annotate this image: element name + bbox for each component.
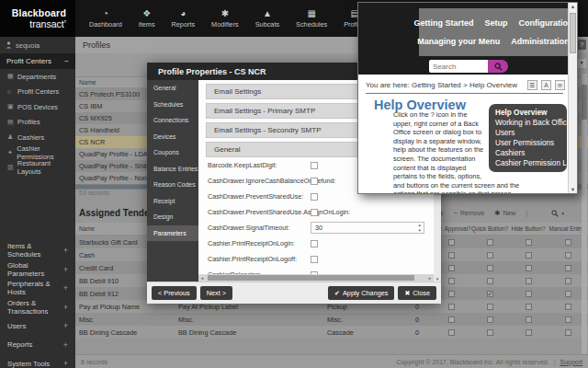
help-nav-managing-your-menu[interactable]: Managing your Menu [417, 37, 500, 46]
mgr-approval-checkbox[interactable] [448, 278, 455, 284]
sidebar-section-global-parameters[interactable]: Global Parameters + [0, 260, 75, 280]
hide-button-checkbox[interactable] [526, 291, 532, 297]
quick-button-checkbox[interactable] [487, 252, 493, 259]
help-vscrollbar[interactable]: ▲ ▼ [568, 3, 577, 193]
mgr-approval-checkbox[interactable] [448, 304, 455, 310]
mgr-approval-checkbox[interactable] [448, 329, 455, 336]
quick-button-checkbox[interactable] [487, 278, 493, 284]
mgr-approval-checkbox[interactable] [448, 291, 455, 297]
scroll-left-arrow[interactable]: ◂ [198, 275, 206, 281]
scrollbar-thumb[interactable] [582, 85, 587, 120]
mgr-approval-checkbox[interactable] [448, 265, 455, 271]
help-search-input[interactable] [429, 60, 488, 73]
search-button[interactable]: ▾ [551, 210, 564, 217]
help-toc-user-permissions[interactable]: User Permissions [495, 138, 560, 148]
field-checkbox-cashier-printreceiptonlogoff[interactable] [311, 256, 318, 263]
number-input[interactable] [311, 224, 403, 232]
help-toc-cashiers[interactable]: Cashiers [495, 148, 560, 158]
quick-button-checkbox[interactable] [487, 316, 493, 323]
hide-button-checkbox[interactable] [526, 329, 532, 336]
expand-icon[interactable]: + [63, 265, 68, 274]
manual-entry-checkbox[interactable] [565, 329, 571, 336]
scroll-down-arrow[interactable]: ▼ [569, 187, 577, 192]
hide-button-checkbox[interactable] [526, 278, 532, 284]
hide-button-checkbox[interactable] [526, 252, 532, 259]
manual-entry-checkbox[interactable] [565, 316, 571, 323]
help-question-button[interactable]: ? [577, 40, 586, 50]
nav-item-reports[interactable]: ◕ Reports [164, 0, 204, 37]
spinner-arrows[interactable]: ▲▼ [418, 223, 422, 234]
mgr-approval-checkbox[interactable] [448, 239, 455, 246]
sidebar-section-system-tools[interactable]: System Tools + [0, 354, 75, 368]
expand-icon[interactable]: + [63, 303, 68, 312]
expand-icon[interactable]: + [63, 340, 68, 350]
sidebar-item-profiles[interactable]: ▤ Profiles [0, 115, 75, 131]
dialog-tab-coupons[interactable]: Coupons [147, 144, 198, 161]
manual-entry-checkbox[interactable] [565, 252, 571, 259]
nav-item-items[interactable]: ❖ Items [130, 0, 164, 37]
nav-item-dashboard[interactable]: ◔ Dashboard [81, 0, 130, 37]
close-button[interactable]: ✖ Close [398, 286, 436, 300]
dialog-hscrollbar[interactable]: ◂ ▸ [198, 274, 434, 282]
sidebar-section-reports[interactable]: Reports + [0, 336, 75, 355]
scroll-right-arrow[interactable]: ▸ [426, 275, 434, 281]
sidebar-item-profit-centers[interactable]: ⌂ Profit Centers [0, 85, 75, 100]
support-link[interactable]: Support [560, 359, 582, 365]
field-checkbox-barcode-keeplastdigit[interactable] [311, 162, 318, 169]
sidebar-section-orders-transactions[interactable]: Orders & Transactions + [0, 298, 75, 317]
hide-button-checkbox[interactable] [526, 316, 532, 323]
manual-entry-checkbox[interactable] [565, 278, 571, 284]
tender-row-bb-dining-cascade[interactable]: BB Dining Cascade BB Dining Cascade Casc… [75, 326, 588, 339]
help-nav-configuration[interactable]: Configuration [519, 18, 573, 28]
help-toc-help-overview[interactable]: Help Overview [495, 108, 560, 118]
scrollbar-thumb[interactable] [570, 13, 576, 53]
mgr-approval-checkbox[interactable] [448, 316, 455, 323]
manual-entry-checkbox[interactable] [565, 239, 571, 246]
quick-button-checkbox[interactable] [487, 265, 493, 271]
sidebar-item-restaurant-layouts[interactable]: ▥ Restaurant Layouts [0, 160, 75, 176]
tender-row-misc[interactable]: Misc Misc. Misc. 0 [75, 313, 588, 326]
help-nav-administration[interactable]: Administration [511, 37, 570, 46]
help-nav-getting-started[interactable]: Getting Started [413, 18, 473, 28]
scrollbar-thumb[interactable] [208, 275, 414, 281]
mgr-approval-checkbox[interactable] [448, 252, 455, 259]
sidebar-section-peripherals-hosts[interactable]: Peripherals & Hosts + [0, 279, 75, 298]
quick-button-checkbox[interactable] [487, 239, 493, 246]
field-checkbox-cashdrawer-preventshareduse[interactable] [311, 193, 318, 201]
dialog-tab-connections[interactable]: Connections [147, 112, 198, 129]
sidebar-item-cashier-permissions[interactable]: ✦ Cashier Permissions [0, 145, 75, 161]
dialog-tab-design[interactable]: Design [147, 209, 198, 225]
help-toc-users[interactable]: Users [495, 128, 560, 138]
sidebar-item-cashiers[interactable]: ♟ Cashiers [0, 130, 75, 145]
font-size-icon[interactable]: A [541, 80, 551, 90]
hide-button-checkbox[interactable] [526, 239, 532, 246]
sidebar-item-departments[interactable]: ▦ Departments [0, 69, 75, 85]
nav-item-subcats[interactable]: ▲ Subcats [247, 0, 288, 37]
expand-icon[interactable]: + [63, 321, 68, 330]
dialog-tab-balance-entries[interactable]: Balance Entries [147, 161, 198, 178]
nav-item-modifiers[interactable]: ✱ Modifiers [203, 0, 247, 37]
sidebar-section-profit-centers[interactable]: Profit Centers − [0, 53, 75, 69]
expand-icon[interactable]: + [63, 359, 68, 368]
toolbar-remove-button[interactable]: − Remove [454, 209, 484, 217]
scroll-up-arrow[interactable]: ▲ [569, 4, 577, 9]
manual-entry-checkbox[interactable] [565, 265, 571, 271]
list-icon[interactable]: ☰ [527, 80, 537, 90]
collapse-icon[interactable]: − [64, 57, 69, 65]
collapse-chevron-button[interactable]: ▾ [577, 59, 586, 68]
nav-item-schedules[interactable]: ▦ Schedules [288, 0, 335, 37]
quick-button-checkbox[interactable] [487, 329, 493, 336]
next-button[interactable]: Next > [200, 286, 232, 300]
print-icon[interactable]: ⊖ [555, 80, 565, 90]
help-nav-setup[interactable]: Setup [485, 18, 508, 28]
help-search-button[interactable] [488, 60, 508, 73]
dialog-tab-devices[interactable]: Devices [147, 129, 198, 145]
sidebar-section-users[interactable]: Users + [0, 316, 75, 336]
manual-entry-checkbox[interactable] [565, 291, 571, 297]
field-checkbox-cashdrawer-ignorecashbalanceonrefund[interactable] [311, 178, 318, 185]
toolbar-new-button[interactable]: ✱ New [494, 209, 515, 217]
dialog-tab-parameters[interactable]: Parameters [147, 225, 198, 242]
user-row[interactable]: sequoia [0, 37, 75, 53]
hide-button-checkbox[interactable] [526, 265, 532, 271]
dialog-tab-schedules[interactable]: Schedules [147, 97, 198, 113]
